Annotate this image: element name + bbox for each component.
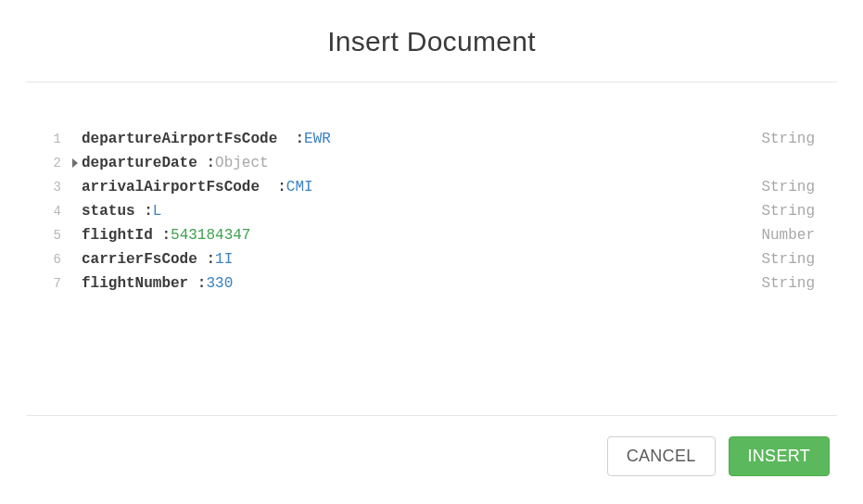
field-row[interactable]: 5 flightId : 543184347 Number <box>37 223 826 247</box>
field-separator: : <box>206 151 215 175</box>
insert-button[interactable]: INSERT <box>729 436 830 476</box>
cancel-button[interactable]: CANCEL <box>607 436 716 476</box>
field-separator: : <box>197 271 207 296</box>
field-value[interactable]: EWR <box>304 127 331 151</box>
field-row[interactable]: 3 arrivalAirportFsCode : CMI String <box>37 175 826 199</box>
field-row[interactable]: 1 departureAirportFsCode : EWR String <box>37 127 826 151</box>
dialog-title: Insert Document <box>0 0 863 82</box>
field-separator: : <box>269 175 286 199</box>
line-number: 5 <box>37 223 61 247</box>
field-row[interactable]: 4 status : L String <box>37 199 826 223</box>
field-type[interactable]: String <box>761 127 826 151</box>
line-number: 2 <box>37 151 61 175</box>
line-number: 3 <box>37 175 61 199</box>
field-type[interactable]: String <box>761 175 826 199</box>
field-separator: : <box>286 127 304 151</box>
field-separator: : <box>161 223 171 247</box>
field-type[interactable]: Number <box>761 223 826 247</box>
field-key[interactable]: departureAirportFsCode <box>82 127 286 151</box>
field-value[interactable]: L <box>153 199 162 223</box>
field-key[interactable]: arrivalAirportFsCode <box>82 175 269 199</box>
expand-gutter[interactable] <box>61 158 82 168</box>
document-editor[interactable]: 1 departureAirportFsCode : EWR String 2 … <box>0 82 863 415</box>
field-key[interactable]: carrierFsCode <box>82 247 206 271</box>
field-type[interactable]: String <box>761 247 826 271</box>
field-key[interactable]: flightNumber <box>82 271 197 296</box>
line-number: 1 <box>37 127 61 151</box>
field-row[interactable]: 6 carrierFsCode : 1I String <box>37 247 826 271</box>
chevron-right-icon[interactable] <box>72 158 78 168</box>
field-separator: : <box>206 247 215 271</box>
field-row[interactable]: 2 departureDate : Object <box>37 151 826 175</box>
field-row[interactable]: 7 flightNumber : 330 String <box>37 271 826 296</box>
field-key[interactable]: flightId <box>82 223 161 247</box>
line-number: 4 <box>37 199 61 223</box>
field-value[interactable]: CMI <box>286 175 313 199</box>
field-type[interactable]: String <box>761 199 826 223</box>
field-key[interactable]: status <box>82 199 144 223</box>
field-key[interactable]: departureDate <box>82 151 206 175</box>
line-number: 6 <box>37 247 61 271</box>
dialog-footer: CANCEL INSERT <box>0 416 863 504</box>
field-value[interactable]: 1I <box>215 247 233 271</box>
field-value[interactable]: 543184347 <box>171 223 250 247</box>
field-value[interactable]: Object <box>215 151 269 175</box>
field-separator: : <box>144 199 153 223</box>
field-type[interactable]: String <box>761 271 826 296</box>
line-number: 7 <box>37 271 61 296</box>
field-value[interactable]: 330 <box>206 271 233 296</box>
